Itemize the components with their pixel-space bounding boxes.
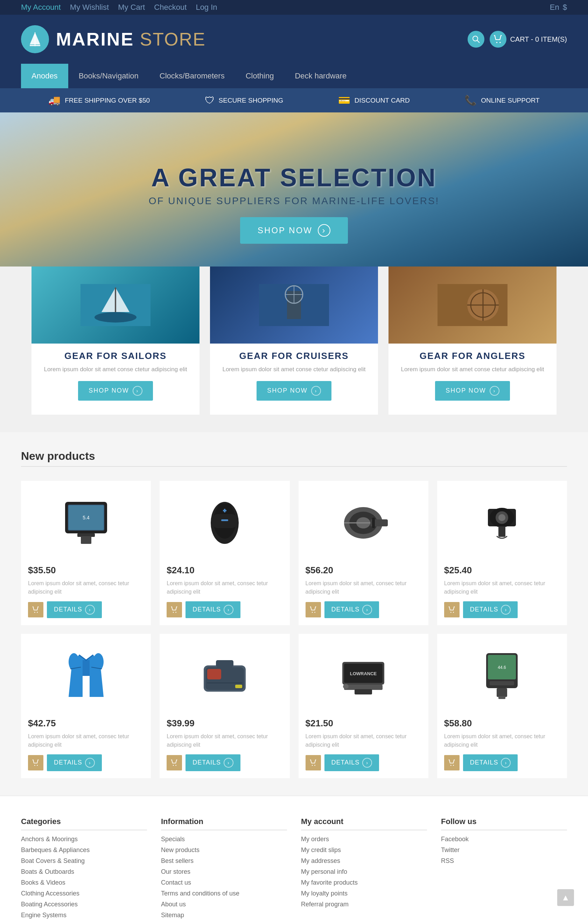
logo[interactable]: MARINE STORE [21, 25, 206, 53]
shield-icon: 🛡 [205, 94, 215, 106]
hero-subtitle: OF UNIQUE SUPPLIERS FOR MARINE-LIFE LOVE… [149, 195, 439, 207]
rss-link[interactable]: RSS [441, 857, 454, 864]
nav-item-anodes[interactable]: Anodes [21, 64, 68, 88]
categories-boat-covers-link[interactable]: Boat Covers & Seating [21, 857, 85, 864]
list-item[interactable]: Clothing Accessories [21, 890, 147, 897]
gear-anglers-shop-button[interactable]: SHOP NOW › [435, 381, 510, 401]
language-selector[interactable]: En [550, 3, 559, 12]
list-item[interactable]: Terms and conditions of use [161, 890, 287, 897]
cart-area[interactable]: CART - 0 ITEM(S) [489, 31, 567, 48]
list-item[interactable]: Our stores [161, 868, 287, 876]
list-item[interactable]: Engine Systems [21, 912, 147, 919]
nav-item-clocks[interactable]: Clocks/Barometers [149, 64, 235, 88]
account-favorites-link[interactable]: My favorite products [301, 879, 358, 886]
details-button-1[interactable]: DETAILS › [47, 601, 102, 618]
list-item[interactable]: Twitter [441, 847, 567, 854]
list-item[interactable]: Boats & Outboards [21, 868, 147, 876]
nav-item-books[interactable]: Books/Navigation [68, 64, 149, 88]
list-item[interactable]: Sitemap [161, 912, 287, 919]
list-item[interactable]: New products [161, 847, 287, 854]
hero-shop-button[interactable]: SHOP NOW › [240, 217, 348, 244]
list-item[interactable]: Anchors & Moorings [21, 836, 147, 843]
list-item[interactable]: My credit slips [301, 847, 427, 854]
details-label-3: DETAILS [331, 606, 360, 613]
list-item[interactable]: RSS [441, 857, 567, 865]
account-creditslips-link[interactable]: My credit slips [301, 847, 341, 854]
add-to-cart-button-3[interactable] [305, 602, 321, 617]
account-addresses-link[interactable]: My addresses [301, 857, 340, 864]
life-vest-image [204, 497, 246, 549]
add-to-cart-button-2[interactable] [166, 602, 182, 617]
list-item[interactable]: Specials [161, 836, 287, 843]
list-item[interactable]: Referral program [301, 901, 427, 908]
add-to-cart-button-8[interactable] [444, 755, 460, 771]
product-desc-2: Lorem ipsum dolor sit amet, consec tetur… [166, 579, 283, 596]
list-item[interactable]: About us [161, 901, 287, 908]
details-button-3[interactable]: DETAILS › [325, 601, 380, 618]
account-referral-link[interactable]: Referral program [301, 901, 349, 908]
info-best-sellers-link[interactable]: Best sellers [161, 857, 194, 864]
list-item[interactable]: My addresses [301, 857, 427, 865]
info-specials-link[interactable]: Specials [161, 836, 185, 842]
list-item[interactable]: Books & Videos [21, 879, 147, 886]
login-link[interactable]: Log In [195, 3, 217, 11]
my-wishlist-link[interactable]: My Wishlist [70, 3, 109, 11]
list-item[interactable]: Barbeques & Appliances [21, 847, 147, 854]
details-button-6[interactable]: DETAILS › [186, 754, 241, 771]
list-item[interactable]: Best sellers [161, 857, 287, 865]
svg-point-50 [498, 514, 506, 521]
info-new-products-link[interactable]: New products [161, 847, 199, 854]
svg-rect-51 [498, 526, 506, 537]
my-account-link[interactable]: My Account [21, 3, 61, 11]
nav-item-deck[interactable]: Deck hardware [284, 64, 357, 88]
gear-sailors-shop-button[interactable]: SHOP NOW › [78, 381, 153, 401]
add-to-cart-button-5[interactable] [28, 755, 44, 771]
info-sitemap-link[interactable]: Sitemap [161, 912, 184, 918]
list-item[interactable]: My loyalty points [301, 890, 427, 897]
currency-selector[interactable]: $ [563, 3, 567, 12]
list-item[interactable]: My orders [301, 836, 427, 843]
categories-books-link[interactable]: Books & Videos [21, 879, 65, 886]
my-cart-link[interactable]: My Cart [118, 3, 145, 11]
details-button-7[interactable]: DETAILS › [325, 754, 380, 771]
list-item[interactable]: Boating Accessories [21, 901, 147, 908]
list-item[interactable]: Boat Covers & Seating [21, 857, 147, 865]
checkout-link[interactable]: Checkout [154, 3, 187, 11]
categories-engine-link[interactable]: Engine Systems [21, 912, 66, 918]
list-item[interactable]: My personal info [301, 868, 427, 876]
gear-sections: GEAR FOR SAILORS Lorem ipsum dolor sit a… [0, 267, 588, 432]
svg-point-6 [499, 42, 501, 44]
add-to-cart-button-4[interactable] [444, 602, 460, 617]
add-to-cart-button-7[interactable] [305, 755, 321, 771]
details-button-4[interactable]: DETAILS › [463, 601, 518, 618]
categories-boats-link[interactable]: Boats & Outboards [21, 868, 74, 875]
list-item[interactable]: My favorite products [301, 879, 427, 886]
categories-clothing-link[interactable]: Clothing Accessories [21, 890, 79, 897]
categories-anchors-link[interactable]: Anchors & Moorings [21, 836, 78, 842]
account-orders-link[interactable]: My orders [301, 836, 329, 842]
details-button-8[interactable]: DETAILS › [463, 754, 518, 771]
categories-boating-link[interactable]: Boating Accessories [21, 901, 78, 908]
svg-point-5 [496, 42, 498, 44]
details-button-5[interactable]: DETAILS › [47, 754, 102, 771]
info-contact-link[interactable]: Contact us [161, 879, 191, 886]
account-personal-link[interactable]: My personal info [301, 868, 347, 875]
back-to-top-button[interactable]: ▲ [557, 889, 574, 906]
info-terms-link[interactable]: Terms and conditions of use [161, 890, 239, 897]
categories-barbeques-link[interactable]: Barbeques & Appliances [21, 847, 90, 854]
account-loyalty-link[interactable]: My loyalty points [301, 890, 347, 897]
details-button-2[interactable]: DETAILS › [186, 601, 241, 618]
info-about-link[interactable]: About us [161, 901, 186, 908]
list-item[interactable]: Contact us [161, 879, 287, 886]
search-icon [472, 35, 480, 44]
add-to-cart-button-6[interactable] [166, 755, 182, 771]
info-stores-link[interactable]: Our stores [161, 868, 191, 875]
gear-cruisers-shop-button[interactable]: SHOP NOW › [257, 381, 331, 401]
details-label-1: DETAILS [54, 606, 82, 613]
search-button[interactable] [468, 31, 485, 48]
facebook-link[interactable]: Facebook [441, 836, 468, 842]
list-item[interactable]: Facebook [441, 836, 567, 843]
twitter-link[interactable]: Twitter [441, 847, 460, 854]
add-to-cart-button-1[interactable] [28, 602, 44, 617]
nav-item-clothing[interactable]: Clothing [235, 64, 284, 88]
